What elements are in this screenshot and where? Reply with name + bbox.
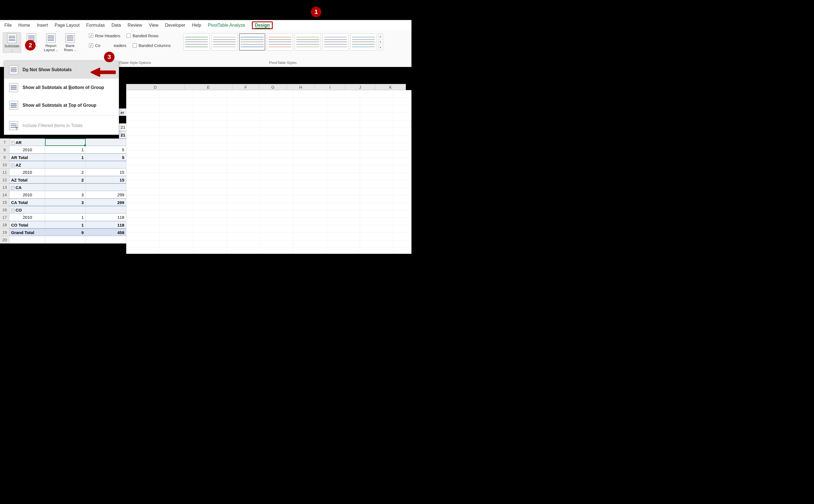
col-header-I[interactable]: I <box>315 84 345 90</box>
cell[interactable]: 2010 <box>9 191 45 198</box>
cell[interactable] <box>86 138 126 146</box>
cell-fragment[interactable]: 21 <box>119 123 126 131</box>
row-header-17[interactable]: 17 <box>0 213 9 221</box>
row-header-13[interactable]: 13 <box>0 183 9 191</box>
cell[interactable]: 2 <box>45 176 86 183</box>
report-layout-button[interactable]: Report Layout ⌄ <box>42 32 60 53</box>
col-header-D[interactable]: D <box>126 84 185 90</box>
tab-insert[interactable]: Insert <box>37 23 48 28</box>
cell[interactable] <box>45 138 86 146</box>
row-header-11[interactable]: 11 <box>0 168 9 176</box>
col-header-E[interactable]: E <box>185 84 232 90</box>
tab-help[interactable]: Help <box>192 23 201 28</box>
tab-formulas[interactable]: Formulas <box>86 23 105 28</box>
cell[interactable]: 299 <box>86 198 126 206</box>
cell[interactable] <box>45 236 86 244</box>
column-headers-checkbox[interactable]: ✓Column Headers <box>89 43 126 48</box>
cell-fragment[interactable]: 21 <box>119 131 126 138</box>
cell[interactable]: AZ Total <box>9 176 45 183</box>
tab-developer[interactable]: Developer <box>165 23 185 28</box>
row-header-9[interactable]: 9 <box>0 153 9 161</box>
cell[interactable]: 1 <box>45 221 86 229</box>
cell[interactable]: 15 <box>86 168 126 176</box>
row-header-10[interactable]: 10 <box>0 161 9 168</box>
row-header-15[interactable]: 15 <box>0 198 9 206</box>
subtotals-button[interactable]: Subtotals⌄ <box>3 32 21 53</box>
tab-page-layout[interactable]: Page Layout <box>54 23 80 28</box>
chevron-icon[interactable]: ▴ <box>378 34 383 39</box>
row-headers-checkbox[interactable]: ✓Row Headers <box>89 33 120 38</box>
cell[interactable]: 9 <box>45 229 86 236</box>
row-header-14[interactable]: 14 <box>0 191 9 198</box>
pivot-style-thumb[interactable] <box>183 33 210 51</box>
pivot-style-thumb[interactable] <box>239 33 265 51</box>
cell[interactable]: 2 <box>45 168 86 176</box>
row-header-16[interactable]: 16 <box>0 206 9 213</box>
cell-fragment-header[interactable]: er <box>119 108 126 116</box>
cell[interactable] <box>45 206 86 213</box>
tab-pivottable-analyze[interactable]: PivotTable Analyze <box>208 23 245 28</box>
col-header-H[interactable]: H <box>287 84 315 90</box>
cell[interactable]: 1 <box>45 153 86 161</box>
cell[interactable] <box>86 236 126 244</box>
cell[interactable]: 299 <box>86 191 126 198</box>
banded-columns-checkbox[interactable]: Banded Columns <box>133 43 171 48</box>
cell[interactable]: 118 <box>86 221 126 229</box>
pivot-group-az[interactable]: −AZ <box>9 161 45 168</box>
cell[interactable] <box>45 183 86 191</box>
cell[interactable]: CO Total <box>9 221 45 229</box>
pivot-style-thumb[interactable] <box>211 33 237 51</box>
row-header-20[interactable]: 20 <box>0 236 9 244</box>
tab-file[interactable]: File <box>4 23 12 28</box>
tab-home[interactable]: Home <box>18 23 30 28</box>
dd-subtotals-top[interactable]: Show all Subtotals at Top of Group <box>4 96 119 114</box>
col-header-J[interactable]: J <box>345 84 375 90</box>
col-header-K[interactable]: K <box>375 84 406 90</box>
pivot-subtotal[interactable]: AR Total <box>9 153 45 161</box>
pivot-style-thumb[interactable] <box>322 33 349 51</box>
cell[interactable]: 3 <box>45 198 86 206</box>
pivot-grand-total[interactable]: Grand Total <box>9 229 45 236</box>
pivot-year[interactable]: 2010 <box>9 146 45 153</box>
tab-design[interactable]: Design <box>252 21 273 29</box>
cell[interactable]: 5 <box>86 146 126 153</box>
cell[interactable]: 2010 <box>9 168 45 176</box>
chevron-icon[interactable]: ▾ <box>378 45 383 50</box>
styles-gallery-spinner[interactable]: ▴▾▾ <box>378 33 383 51</box>
pivot-group-ca[interactable]: −CA <box>9 183 45 191</box>
cell[interactable] <box>45 161 86 168</box>
col-header-G[interactable]: G <box>259 84 287 90</box>
tab-view[interactable]: View <box>149 23 158 28</box>
row-header-18[interactable]: 18 <box>0 221 9 229</box>
row-header-12[interactable]: 12 <box>0 176 9 183</box>
cell[interactable] <box>86 206 126 213</box>
row-header-7[interactable]: 7 <box>0 138 9 146</box>
cell[interactable]: 458 <box>86 229 126 236</box>
cell[interactable]: 15 <box>86 176 126 183</box>
cell[interactable]: 1 <box>45 146 86 153</box>
cell[interactable] <box>86 183 126 191</box>
chevron-icon[interactable]: ▾ <box>378 39 383 45</box>
pivot-group-co[interactable]: −CO <box>9 206 45 213</box>
dd-subtotals-bottom[interactable]: Show all Subtotals at Bottom of Group <box>4 79 119 96</box>
pivot-group-ar[interactable]: −AR <box>9 138 45 146</box>
pivot-style-thumb[interactable] <box>267 33 293 51</box>
cell[interactable]: CA Total <box>9 198 45 206</box>
banded-rows-checkbox[interactable]: Banded Rows <box>126 33 158 38</box>
cell[interactable]: 118 <box>86 213 126 221</box>
row-header-19[interactable]: 19 <box>0 229 9 236</box>
pivot-style-thumb[interactable] <box>295 33 321 51</box>
grid-blank-area[interactable] <box>126 90 411 254</box>
pivot-style-thumb[interactable] <box>350 33 376 51</box>
cell[interactable]: 2010 <box>9 213 45 221</box>
row-header-8[interactable]: 8 <box>0 146 9 153</box>
cell[interactable]: 1 <box>45 213 86 221</box>
cell[interactable]: 5 <box>86 153 126 161</box>
tab-review[interactable]: Review <box>128 23 142 28</box>
cell[interactable] <box>86 161 126 168</box>
cell[interactable]: 3 <box>45 191 86 198</box>
col-header-F[interactable]: F <box>232 84 259 90</box>
blank-rows-button[interactable]: Blank Rows ⌄ <box>62 32 78 53</box>
tab-data[interactable]: Data <box>111 23 121 28</box>
cell[interactable] <box>9 236 45 244</box>
